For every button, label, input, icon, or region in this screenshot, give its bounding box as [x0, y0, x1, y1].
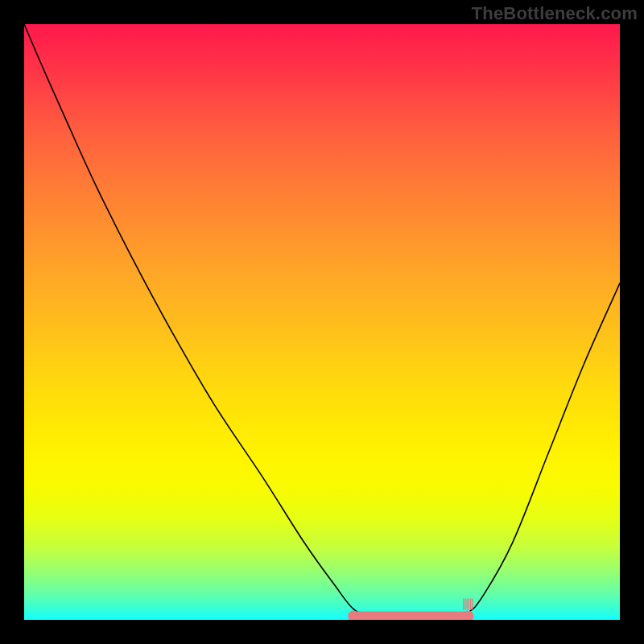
right-endpoint-tick-cluster — [464, 599, 473, 610]
chart-frame: TheBottleneck.com — [0, 0, 644, 644]
plot-area — [24, 24, 620, 620]
curve-layer — [24, 24, 620, 620]
watermark-text: TheBottleneck.com — [472, 3, 638, 24]
bottleneck-curve — [24, 24, 620, 619]
